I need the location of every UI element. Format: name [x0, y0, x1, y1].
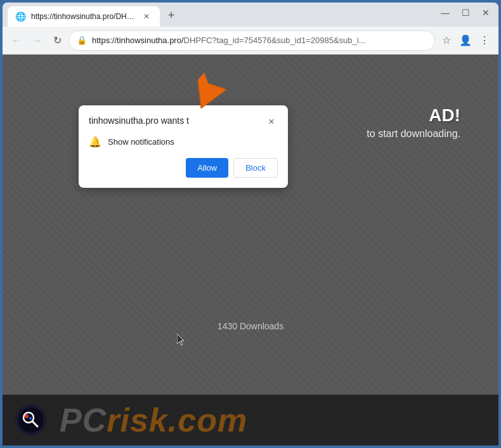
svg-point-5: [25, 414, 29, 418]
arrow-indicator: [192, 67, 242, 121]
notification-popup: tinhowsinutha.pro wants t × 🔔 Show notif…: [79, 105, 288, 188]
browser-content: AD! to start downloading. 1430 Downloads…: [3, 55, 498, 445]
pcrisk-text-com: .com: [168, 402, 247, 438]
bell-icon: 🔔: [89, 136, 101, 148]
profile-button[interactable]: 👤: [457, 32, 474, 49]
svg-marker-0: [198, 80, 226, 109]
pcrisk-watermark: PCrisk.com: [3, 395, 498, 445]
address-text: https://tinhowsinutha.pro/DHPFC?tag_id=7…: [92, 36, 427, 45]
pcrisk-text-pc: PC: [60, 402, 107, 438]
refresh-button[interactable]: ↻: [48, 32, 66, 49]
minimize-button[interactable]: —: [439, 6, 452, 19]
downloads-count: 1430 Downloads: [218, 321, 283, 331]
pcrisk-logo: [15, 404, 47, 436]
maximize-button[interactable]: ☐: [459, 6, 472, 19]
lock-icon: 🔒: [77, 36, 87, 45]
pcrisk-text-risk: risk: [107, 402, 168, 438]
toolbar-right: ☆ 👤 ⋮: [438, 32, 493, 49]
svg-point-6: [29, 417, 32, 419]
popup-buttons: Allow Block: [89, 158, 278, 178]
tab-bar: 🌐 https://tinhowsinutha.pro/DHPF... ✕ + …: [3, 3, 498, 27]
notification-label: Show notifications: [108, 137, 174, 147]
active-tab[interactable]: 🌐 https://tinhowsinutha.pro/DHPF... ✕: [8, 6, 160, 27]
tab-close-button[interactable]: ✕: [141, 11, 152, 22]
back-button[interactable]: ←: [8, 32, 25, 49]
popup-close-button[interactable]: ×: [265, 115, 278, 128]
tab-title: https://tinhowsinutha.pro/DHPF...: [31, 12, 136, 21]
address-domain: https://tinhowsinutha.pro/: [92, 36, 184, 45]
page-content: AD! to start downloading.: [367, 105, 460, 140]
block-button[interactable]: Block: [233, 158, 278, 178]
pcrisk-text-block: PCrisk.com: [60, 401, 247, 439]
close-button[interactable]: ✕: [479, 6, 492, 19]
popup-header: tinhowsinutha.pro wants t ×: [89, 115, 278, 128]
popup-notification-row: 🔔 Show notifications: [89, 136, 278, 148]
menu-button[interactable]: ⋮: [476, 32, 493, 49]
svg-point-2: [18, 407, 44, 433]
page-subtext: to start downloading.: [367, 128, 460, 140]
tab-favicon: 🌐: [15, 11, 26, 22]
address-bar-row: ← → ↻ 🔒 https://tinhowsinutha.pro/DHPFC?…: [3, 27, 498, 55]
window-controls: — ☐ ✕: [439, 6, 492, 19]
browser-window: 🌐 https://tinhowsinutha.pro/DHPF... ✕ + …: [3, 3, 498, 445]
address-bar[interactable]: 🔒 https://tinhowsinutha.pro/DHPFC?tag_id…: [68, 30, 435, 51]
bookmark-button[interactable]: ☆: [438, 32, 455, 49]
allow-button[interactable]: Allow: [186, 158, 228, 178]
page-headline: AD!: [367, 105, 460, 126]
new-tab-button[interactable]: +: [162, 6, 180, 24]
address-path: DHPFC?tag_id=754576&sub_id1=20985&sub_i.…: [184, 36, 366, 45]
forward-button[interactable]: →: [28, 32, 46, 49]
